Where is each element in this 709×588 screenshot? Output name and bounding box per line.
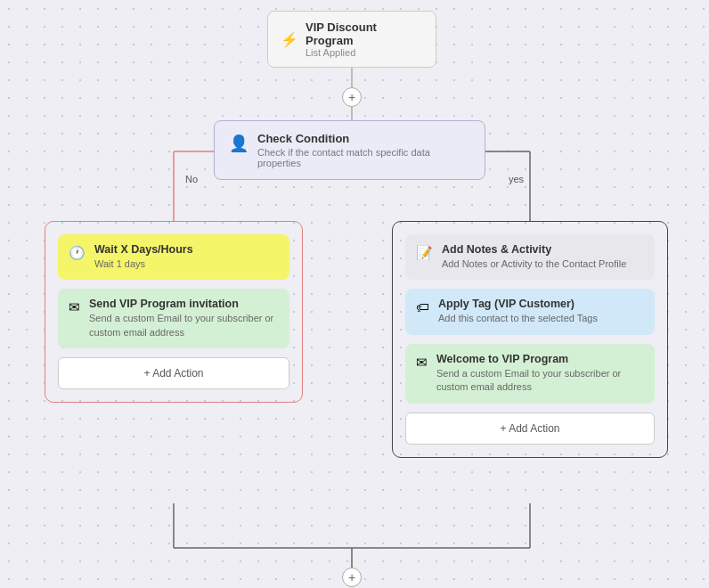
left-add-action-label: + Add Action [143,367,203,380]
apply-tag-icon: 🏷 [416,299,429,314]
trigger-subtitle: List Applied [306,47,423,58]
plus-circle-top[interactable]: + [342,87,362,107]
right-add-action-label: + Add Action [500,422,559,435]
send-vip-card[interactable]: ✉ Send VIP Program invitation Send a cus… [58,289,289,348]
add-notes-icon: 📝 [416,245,433,261]
trigger-icon: ⚡ [281,31,298,48]
send-vip-icon: ✉ [69,299,80,315]
trigger-content: VIP Discount Program List Applied [306,20,423,58]
wait-subtitle: Wait 1 days [94,257,193,271]
apply-tag-title: Apply Tag (VIP Customer) [438,298,598,310]
welcome-vip-icon: ✉ [416,355,428,371]
left-add-action-button[interactable]: + Add Action [58,357,289,389]
trigger-node[interactable]: ⚡ VIP Discount Program List Applied [267,11,436,68]
condition-title: Check Condition [257,132,470,145]
wait-card[interactable]: 🕐 Wait X Days/Hours Wait 1 days [58,234,289,280]
wait-title: Wait X Days/Hours [94,243,193,256]
welcome-vip-card[interactable]: ✉ Welcome to VIP Program Send a custom E… [405,344,655,404]
trigger-title: VIP Discount Program [306,20,423,47]
yes-label: yes [509,174,524,184]
wait-icon: 🕐 [69,245,86,261]
add-notes-title: Add Notes & Activity [442,243,626,256]
add-notes-card[interactable]: 📝 Add Notes & Activity Add Notes or Acti… [405,234,655,280]
condition-subtitle: Check if the contact match specific data… [257,147,470,168]
condition-content: Check Condition Check if the contact mat… [257,132,470,168]
no-label: No [185,174,198,184]
apply-tag-card[interactable]: 🏷 Apply Tag (VIP Customer) Add this cont… [405,289,655,334]
left-branch: 🕐 Wait X Days/Hours Wait 1 days ✉ Send V… [45,221,303,403]
welcome-vip-title: Welcome to VIP Program [436,353,644,365]
welcome-vip-subtitle: Send a custom Email to your subscriber o… [436,367,644,395]
plus-circle-bottom[interactable]: + [342,568,362,587]
condition-node[interactable]: 👤 Check Condition Check if the contact m… [214,120,485,180]
condition-icon: 👤 [229,134,249,153]
add-notes-subtitle: Add Notes or Activity to the Contact Pro… [442,257,626,271]
right-branch: 📝 Add Notes & Activity Add Notes or Acti… [392,221,668,458]
apply-tag-subtitle: Add this contact to the selected Tags [438,312,598,325]
send-vip-title: Send VIP Program invitation [89,298,279,310]
send-vip-subtitle: Send a custom Email to your subscriber o… [89,312,279,339]
workflow-canvas: ⚡ VIP Discount Program List Applied + 👤 … [0,0,709,588]
right-add-action-button[interactable]: + Add Action [405,412,655,445]
